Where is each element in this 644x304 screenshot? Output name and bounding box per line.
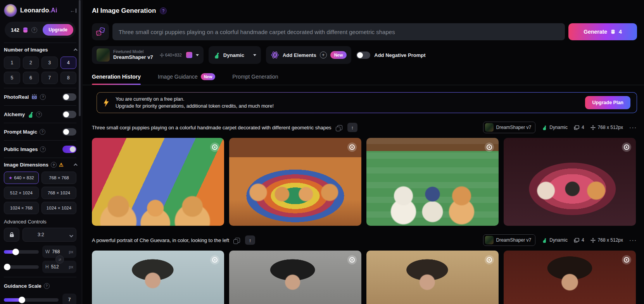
- num-images-8[interactable]: 8: [60, 72, 77, 84]
- generate-label: Generate: [584, 29, 607, 35]
- swap-dimensions-icon[interactable]: ↓↑: [55, 255, 64, 264]
- view-image-icon[interactable]: [347, 143, 357, 152]
- public-images-toggle[interactable]: [62, 146, 76, 153]
- prompt-input[interactable]: [112, 23, 565, 40]
- upgrade-button[interactable]: Upgrade: [43, 24, 73, 36]
- collapse-sidebar-icon[interactable]: ←: [70, 7, 76, 14]
- prompt-magic-toggle[interactable]: [62, 128, 76, 136]
- random-prompt-button[interactable]: [92, 23, 109, 40]
- alchemy-row: Alchemy ?: [4, 110, 76, 119]
- public-images-help-icon[interactable]: ?: [40, 146, 46, 152]
- photoreal-toggle[interactable]: [62, 93, 76, 101]
- width-slider[interactable]: [4, 250, 39, 254]
- tab-generation-history[interactable]: Generation History: [92, 73, 141, 85]
- prompt-magic-help-icon[interactable]: ?: [40, 129, 45, 135]
- generated-image-corgi-3[interactable]: [366, 138, 499, 226]
- aspect-ratio-select[interactable]: 3:2: [22, 228, 76, 242]
- num-images-7[interactable]: 7: [41, 72, 58, 84]
- dim-1024x1024[interactable]: 1024 × 1024: [41, 202, 76, 214]
- generation-images: [92, 138, 637, 226]
- chevron-up-icon[interactable]: [74, 48, 78, 52]
- lightning-icon: [103, 98, 109, 107]
- guidance-scale-label: Guidance Scale: [4, 283, 41, 289]
- generation-prompt: Three small corgi puppies playing on a c…: [92, 125, 331, 131]
- view-image-icon[interactable]: [485, 255, 494, 264]
- generation-meta: DreamShaper v7 Dynamic 4 768 x 512px ···: [483, 234, 637, 246]
- divider: [4, 158, 76, 158]
- token-help-icon[interactable]: ?: [31, 27, 37, 33]
- height-slider[interactable]: [4, 265, 39, 269]
- tab-image-guidance[interactable]: Image GuidanceNew: [158, 73, 215, 85]
- meta-model-pill[interactable]: DreamShaper v7: [483, 122, 536, 133]
- sidebar-scrollbar[interactable]: [79, 0, 81, 304]
- width-key: W: [45, 249, 50, 254]
- reuse-prompt-button[interactable]: ↑: [347, 123, 357, 132]
- negative-prompt-toggle[interactable]: [356, 52, 370, 59]
- dim-512x1024[interactable]: 512 × 1024: [4, 187, 39, 199]
- generated-image-portrait-4[interactable]: [504, 251, 636, 304]
- more-options-icon[interactable]: ···: [629, 124, 637, 131]
- image-dimensions-header[interactable]: Image Dimensions ? ⚠: [4, 162, 76, 168]
- style-selector[interactable]: Dynamic: [209, 46, 261, 64]
- alchemy-toggle[interactable]: [62, 111, 76, 118]
- chevron-up-icon[interactable]: [74, 163, 78, 167]
- number-of-images-header[interactable]: Number of Images: [4, 47, 76, 53]
- generated-image-portrait-2[interactable]: [229, 251, 361, 304]
- num-images-5[interactable]: 5: [4, 72, 20, 84]
- num-images-6[interactable]: 6: [23, 72, 39, 84]
- dim-1024x768[interactable]: 1024 × 768: [4, 202, 39, 214]
- generated-image-portrait-3[interactable]: [366, 251, 499, 304]
- prompt-magic-label: Prompt Magic: [4, 129, 37, 135]
- num-images-4[interactable]: 4: [60, 57, 77, 69]
- dim-768x1024[interactable]: 768 × 1024: [41, 187, 76, 199]
- guidance-scale-help-icon[interactable]: ?: [44, 283, 50, 289]
- guidance-scale-slider[interactable]: [4, 298, 59, 302]
- model-dimensions: 640×832: [160, 53, 182, 57]
- meta-style-value: Dynamic: [549, 237, 568, 243]
- meta-model-pill[interactable]: DreamShaper v7: [483, 234, 536, 246]
- width-unit: px: [69, 249, 73, 254]
- model-thumbnail: [485, 236, 494, 244]
- generate-button[interactable]: Generate 4: [568, 23, 637, 40]
- add-elements-button[interactable]: Add Elements + New: [266, 46, 351, 64]
- reuse-prompt-button[interactable]: ↑: [245, 235, 255, 245]
- generated-image-corgi-2[interactable]: [229, 138, 361, 226]
- aspect-ratio-value: 3:2: [38, 232, 44, 237]
- copy-prompt-icon[interactable]: [235, 238, 240, 243]
- dim-768x768[interactable]: 768 × 768: [41, 172, 76, 184]
- view-image-icon[interactable]: [210, 143, 219, 152]
- view-image-icon[interactable]: [485, 143, 494, 152]
- page-help-icon[interactable]: ?: [160, 7, 167, 14]
- lock-button[interactable]: [4, 228, 19, 242]
- alchemy-help-icon[interactable]: ?: [36, 112, 42, 117]
- generated-image-corgi-4[interactable]: [504, 138, 636, 226]
- title-row: AI Image Generation ?: [83, 0, 644, 15]
- plus-icon: +: [320, 52, 327, 58]
- tab-prompt-generation[interactable]: Prompt Generation: [232, 73, 278, 85]
- view-image-icon[interactable]: [622, 255, 631, 264]
- generated-image-portrait-1[interactable]: [92, 251, 224, 304]
- upgrade-plan-button[interactable]: Upgrade Plan: [585, 96, 630, 109]
- dim-640x832[interactable]: ★640 × 832: [4, 172, 39, 184]
- model-selector[interactable]: Finetuned Model DreamShaper v7 640×832: [92, 46, 204, 64]
- view-image-icon[interactable]: [210, 255, 219, 264]
- model-page-icon[interactable]: [186, 52, 192, 58]
- more-options-icon[interactable]: ···: [629, 237, 637, 243]
- num-images-3[interactable]: 3: [41, 57, 58, 69]
- scrollbar-thumb[interactable]: [79, 0, 81, 116]
- aspect-ratio-row: 3:2: [4, 228, 76, 242]
- generated-image-corgi-1[interactable]: [92, 138, 224, 226]
- divider: [4, 277, 76, 277]
- warning-icon: ⚠: [59, 162, 64, 167]
- copy-prompt-icon[interactable]: [337, 125, 342, 130]
- photoreal-help-icon[interactable]: ?: [40, 94, 46, 100]
- num-images-1[interactable]: 1: [4, 57, 20, 69]
- num-images-2[interactable]: 2: [23, 57, 39, 69]
- view-image-icon[interactable]: [347, 255, 357, 264]
- divider: [4, 43, 76, 43]
- view-image-icon[interactable]: [622, 143, 631, 152]
- brand-name[interactable]: Leonardo.Ai: [20, 7, 57, 14]
- image-dimensions-help-icon[interactable]: ?: [51, 162, 57, 168]
- avatar[interactable]: [4, 4, 17, 17]
- lock-icon: [9, 232, 14, 237]
